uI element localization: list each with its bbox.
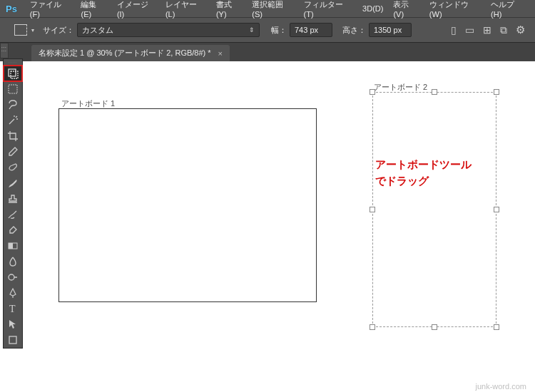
svg-text:T: T (9, 304, 16, 314)
width-value: 743 px (295, 26, 318, 34)
lasso-tool[interactable] (4, 97, 22, 113)
resize-handle-bottom-left[interactable] (370, 324, 375, 330)
menu-layer[interactable]: レイヤー(L) (165, 0, 206, 19)
document-tab-bar: 名称未設定 1 @ 30% (アートボード 2, RGB/8#) * × (0, 43, 535, 61)
marquee-tool[interactable] (4, 81, 22, 97)
menu-image[interactable]: イメージ(I) (117, 0, 156, 19)
annotation-text: アートボードツールでドラッグ (375, 157, 518, 189)
svg-rect-7 (9, 336, 16, 344)
options-bar: ▾ サイズ： カスタム ⇕ 幅： 743 px 高さ： 1350 px ▯ ▭ … (0, 17, 535, 43)
menu-window[interactable]: ウィンドウ(W) (429, 0, 481, 19)
width-input[interactable]: 743 px (290, 23, 332, 37)
path-select-tool[interactable] (4, 316, 22, 332)
menu-help[interactable]: ヘルプ(H) (491, 0, 525, 19)
menu-3d[interactable]: 3D(D) (362, 4, 383, 13)
watermark: junk-word.com (475, 382, 526, 391)
document-tab-title: 名称未設定 1 @ 30% (アートボード 2, RGB/8#) * (39, 48, 211, 58)
artboard2-label[interactable]: アートボード 2 (374, 82, 427, 93)
tools-panel: :::::: T (3, 58, 23, 349)
resize-handle-mid-bottom[interactable] (432, 324, 437, 330)
dodge-tool[interactable] (4, 269, 22, 285)
tab-close-icon[interactable]: × (218, 49, 223, 58)
height-input[interactable]: 1350 px (369, 23, 412, 37)
menu-bar: Ps ファイル(F) 編集(E) イメージ(I) レイヤー(L) 書式(Y) 選… (0, 0, 535, 17)
gradient-tool[interactable] (4, 238, 22, 254)
svg-point-5 (9, 274, 14, 280)
tool-preset-chevron-icon[interactable]: ▾ (31, 27, 34, 33)
height-value: 1350 px (374, 26, 402, 34)
menu-select[interactable]: 選択範囲(S) (252, 0, 293, 19)
svg-rect-4 (9, 243, 13, 249)
document-tab[interactable]: 名称未設定 1 @ 30% (アートボード 2, RGB/8#) * × (31, 45, 230, 61)
svg-rect-1 (11, 71, 18, 78)
app-logo: Ps (6, 1, 21, 16)
artboard1-label[interactable]: アートボード 1 (61, 98, 115, 109)
blur-tool[interactable] (4, 254, 22, 269)
size-preset-value: カスタム (82, 25, 113, 36)
svg-rect-2 (9, 85, 17, 93)
menu-view[interactable]: 表示(V) (393, 0, 419, 19)
align-distribute-icon[interactable]: ⊞ (483, 24, 491, 36)
type-tool[interactable]: T (4, 301, 22, 316)
brush-tool[interactable] (4, 175, 22, 191)
menu-file[interactable]: ファイル(F) (30, 0, 71, 19)
shape-tool[interactable] (4, 332, 22, 348)
orient-landscape-icon[interactable]: ▭ (465, 24, 474, 36)
pen-tool[interactable] (4, 285, 22, 301)
width-label: 幅： (271, 25, 287, 36)
height-label: 高さ： (342, 25, 366, 36)
resize-handle-mid-top[interactable] (432, 89, 437, 95)
resize-handle-mid-right[interactable] (494, 207, 499, 212)
dock-handle[interactable]: ▪▪▪▪▪▪ (0, 43, 9, 58)
menu-filter[interactable]: フィルター(T) (304, 0, 353, 19)
panel-drag-handle[interactable]: :::::: (4, 59, 22, 66)
artboard-tool[interactable] (4, 66, 22, 81)
stamp-tool[interactable] (4, 191, 22, 207)
crop-tool[interactable] (4, 128, 22, 144)
gear-icon[interactable]: ⚙ (516, 24, 525, 36)
chevron-down-icon: ⇕ (249, 26, 255, 33)
eraser-tool[interactable] (4, 222, 22, 238)
size-label: サイズ： (43, 25, 74, 36)
resize-handle-top-right[interactable] (494, 89, 499, 95)
magic-wand-tool[interactable] (4, 113, 22, 128)
artboard-2[interactable] (372, 92, 496, 327)
resize-handle-top-left[interactable] (370, 89, 375, 95)
resize-handle-bottom-right[interactable] (494, 324, 499, 330)
canvas-area[interactable]: アートボード 1 アートボード 2 アートボードツールでドラッグ junk-wo… (26, 61, 534, 392)
history-brush-tool[interactable] (4, 207, 22, 222)
eyedropper-tool[interactable] (4, 144, 22, 160)
artboard-tool-icon[interactable] (14, 24, 27, 36)
svg-rect-0 (9, 69, 16, 76)
artboard-1[interactable] (58, 108, 317, 302)
orient-portrait-icon[interactable]: ▯ (451, 24, 457, 36)
size-preset-select[interactable]: カスタム ⇕ (77, 23, 260, 37)
add-artboard-icon[interactable]: ⧉ (500, 24, 507, 36)
menu-type[interactable]: 書式(Y) (216, 0, 242, 19)
resize-handle-mid-left[interactable] (370, 207, 375, 212)
healing-brush-tool[interactable] (4, 160, 22, 175)
menu-edit[interactable]: 編集(E) (81, 0, 106, 19)
